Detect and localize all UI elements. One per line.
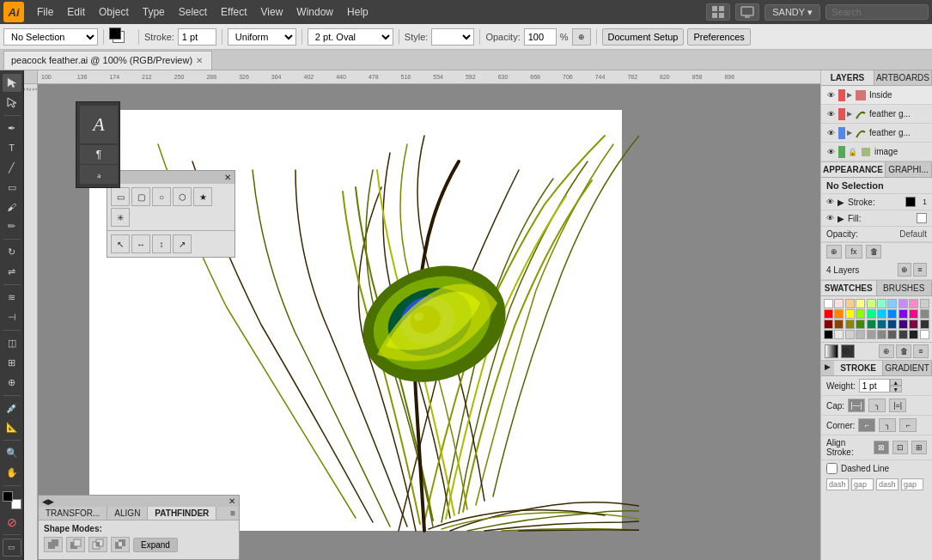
type-para-btn[interactable]: ¶ [80, 145, 118, 164]
swatch-cell-39[interactable] [920, 330, 929, 339]
shape-tools-header[interactable]: ◈ ✕ [107, 171, 235, 184]
polygon-btn[interactable]: ⬡ [173, 187, 192, 206]
artboards-tab[interactable]: ARTBOARDS [874, 70, 932, 85]
zoom-tool-btn[interactable]: 🔍 [3, 444, 21, 462]
document-tab[interactable]: peacock feather.ai @ 100% (RGB/Preview) … [3, 51, 212, 70]
opacity-mode-btn[interactable]: ⊕ [572, 28, 591, 46]
swatch-cell-2[interactable] [845, 299, 855, 308]
stroke-value-input[interactable] [178, 28, 216, 46]
intersect-btn[interactable] [88, 537, 107, 552]
exclude-btn[interactable] [111, 537, 130, 552]
fill-visibility-btn[interactable]: 👁 [826, 214, 834, 222]
expand-btn[interactable]: Expand [133, 538, 178, 552]
user-menu-btn[interactable]: SANDY ▾ [764, 4, 820, 21]
tab-close-btn[interactable]: ✕ [196, 56, 203, 65]
measure-tool-btn[interactable]: 📐 [3, 419, 21, 437]
layer-arrow-3[interactable]: ▶ [847, 129, 852, 137]
transform-tab[interactable]: TRANSFOR... [39, 507, 107, 520]
stroke-arrow-btn[interactable]: ▶ [821, 361, 834, 375]
fill-color-swatch[interactable] [917, 213, 927, 223]
menu-select[interactable]: Select [173, 4, 213, 20]
pathfinder-tab[interactable]: PATHFINDER [148, 507, 216, 520]
swatch-cell-33[interactable] [856, 330, 865, 339]
trash-btn[interactable]: 🗑 [866, 245, 881, 259]
layers-tab[interactable]: LAYERS [821, 70, 874, 85]
minus-front-btn[interactable] [66, 537, 85, 552]
swatch-cell-4[interactable] [867, 299, 876, 308]
doc-setup-btn[interactable]: Document Setup [602, 28, 685, 46]
stroke-weight-input[interactable] [859, 379, 890, 393]
hand-tool-btn[interactable]: ✋ [3, 464, 21, 482]
align-outside-btn[interactable]: ⊞ [911, 441, 927, 454]
menu-help[interactable]: Help [341, 4, 375, 20]
swatch-cell-9[interactable] [920, 299, 929, 308]
selection-tool-btn[interactable] [3, 74, 21, 92]
del-swatch-btn[interactable]: 🗑 [896, 344, 911, 358]
cap-square-btn[interactable]: |=| [889, 399, 906, 412]
swatch-cell-20[interactable] [824, 320, 833, 329]
width-tool-btn[interactable]: ⊣ [3, 308, 21, 326]
swatch-menu-btn[interactable]: ≡ [913, 344, 929, 358]
stroke-visibility-btn[interactable]: 👁 [826, 198, 834, 206]
swatches-tab[interactable]: SWATCHES [821, 281, 877, 295]
layer-eye-1[interactable]: 👁 [825, 89, 837, 101]
type-ai-btn[interactable]: A [80, 106, 118, 143]
align-inside-btn[interactable]: ⊡ [892, 441, 908, 454]
none-btn[interactable]: ⊘ [3, 513, 21, 531]
appearance-tab[interactable]: APPEARANCE [821, 162, 886, 177]
rotate-tool-btn[interactable]: ↻ [3, 243, 21, 261]
tool-fill-stroke[interactable] [3, 491, 21, 509]
screen-mode-btn[interactable] [735, 3, 759, 21]
corner-round-btn[interactable]: ╮ [879, 418, 896, 432]
swatch-cell-35[interactable] [877, 330, 886, 339]
swatch-cell-1[interactable] [834, 299, 844, 308]
layer-menu-btn[interactable]: ≡ [913, 263, 927, 277]
preferences-btn[interactable]: Preferences [687, 28, 750, 46]
stroke-arrow[interactable]: ▶ [838, 198, 844, 207]
transform-v-btn[interactable]: ↕ [152, 234, 171, 253]
unite-btn[interactable] [44, 537, 63, 552]
menu-window[interactable]: Window [290, 4, 339, 20]
add-effect-btn[interactable]: ⊕ [826, 245, 842, 259]
gap-input-2[interactable] [901, 478, 923, 490]
transform-h-btn[interactable]: ↔ [131, 234, 150, 253]
rounded-rect-btn[interactable]: ▢ [131, 187, 150, 206]
warp-tool-btn[interactable]: ≋ [3, 289, 21, 307]
pencil-tool-btn[interactable]: ✏ [3, 217, 21, 235]
gradient-tool-btn[interactable]: ◫ [3, 334, 21, 352]
swatch-cell-10[interactable] [824, 309, 833, 319]
flare-btn[interactable]: ✳ [111, 208, 130, 227]
stroke-down-btn[interactable]: ▼ [890, 386, 902, 393]
swatch-cell-16[interactable] [887, 309, 897, 319]
swatch-cell-31[interactable] [834, 330, 844, 339]
swatch-cell-18[interactable] [909, 309, 918, 319]
swatch-cell-29[interactable] [920, 320, 929, 329]
corner-miter-btn[interactable]: ⌐ [858, 418, 875, 432]
style-dropdown[interactable] [431, 28, 474, 46]
swatch-cell-25[interactable] [877, 320, 886, 329]
menu-type[interactable]: Type [137, 4, 171, 20]
layer-options-btn[interactable]: ⊕ [898, 263, 911, 277]
brush-dropdown[interactable]: 2 pt. Oval [308, 28, 393, 46]
layer-name-4[interactable]: image [874, 147, 929, 156]
dash-input-2[interactable] [876, 478, 898, 490]
swatch-cell-32[interactable] [845, 330, 855, 339]
swatch-cell-23[interactable] [856, 320, 865, 329]
swatch-cell-22[interactable] [845, 320, 855, 329]
align-tab[interactable]: ALIGN [107, 507, 148, 520]
layer-arrow-1[interactable]: ▶ [847, 91, 852, 99]
menu-view[interactable]: View [255, 4, 289, 20]
swatch-cell-15[interactable] [877, 309, 886, 319]
rect-tool-btn[interactable]: ▭ [3, 179, 21, 197]
stroke-tab[interactable]: STROKE [834, 361, 883, 375]
opacity-input[interactable] [524, 28, 557, 46]
type-sub-btn[interactable]: ₐ [80, 165, 118, 184]
fill-stroke-widget[interactable] [109, 27, 133, 46]
transform-diag-btn[interactable]: ↗ [173, 234, 192, 253]
swatch-gradient-preview[interactable] [825, 344, 838, 358]
swatch-cell-11[interactable] [834, 309, 844, 319]
panel-collapse-icon[interactable]: ◀▶ [42, 497, 54, 506]
new-swatch-btn[interactable]: ⊕ [879, 344, 894, 358]
bottom-panel-close[interactable]: ✕ [228, 496, 235, 506]
eyedropper-tool-btn[interactable]: 💉 [3, 399, 21, 417]
